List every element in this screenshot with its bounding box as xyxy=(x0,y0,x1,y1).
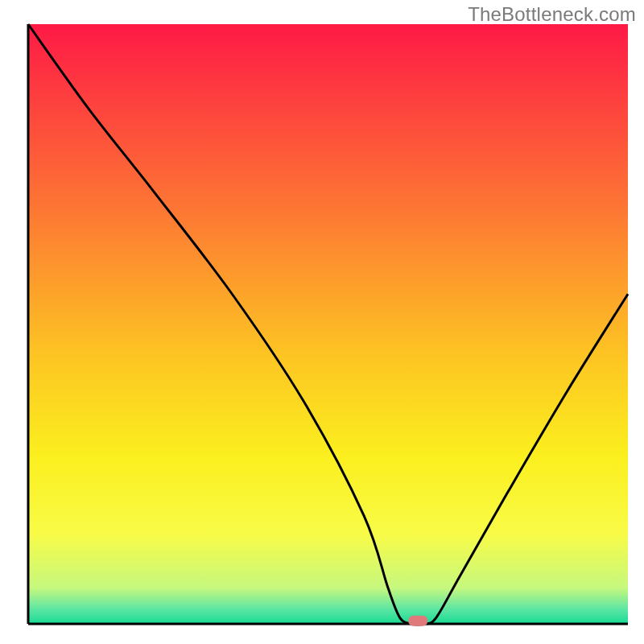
bottleneck-chart xyxy=(0,0,644,644)
gradient-background xyxy=(28,24,628,624)
plot-area xyxy=(28,24,628,626)
chart-stage: TheBottleneck.com xyxy=(0,0,644,644)
watermark-label: TheBottleneck.com xyxy=(468,3,636,26)
highlight-marker xyxy=(408,616,427,626)
